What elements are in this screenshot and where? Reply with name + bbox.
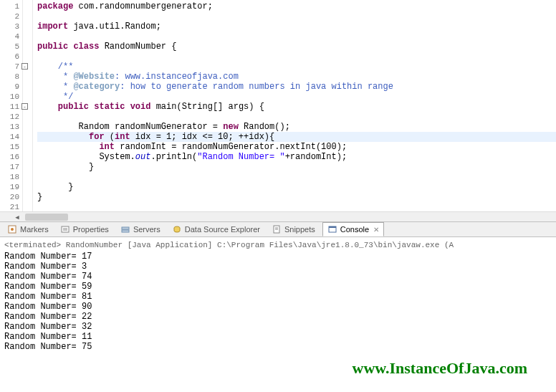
line-number: 10: [0, 92, 19, 102]
line-number: 8: [0, 72, 19, 82]
line-number: 14: [0, 132, 19, 142]
line-number: 11-: [0, 102, 19, 112]
code-line[interactable]: public class RandomNumber {: [37, 42, 556, 52]
code-content[interactable]: package com.randomnumbergenerator;import…: [33, 0, 556, 211]
line-number: 15: [0, 142, 19, 152]
snippets-icon: [272, 224, 282, 234]
tab-console[interactable]: Console✕: [322, 222, 384, 236]
code-line[interactable]: * @Website: www.instanceofjava.com: [37, 72, 556, 82]
code-line[interactable]: Random randomNumGenerator = new Random()…: [37, 122, 556, 132]
fold-toggle-icon[interactable]: -: [21, 63, 28, 70]
datasource-icon: [172, 224, 182, 234]
line-number: 2: [0, 11, 19, 21]
code-line[interactable]: */: [37, 92, 556, 102]
svg-rect-12: [329, 226, 336, 228]
line-number: 9: [0, 82, 19, 92]
tab-data-source-explorer[interactable]: Data Source Explorer: [168, 223, 264, 236]
horizontal-scrollbar[interactable]: ◀: [0, 211, 556, 221]
code-line[interactable]: int randomInt = randomNumGenerator.nextI…: [37, 142, 556, 152]
line-number: 13: [0, 122, 19, 132]
code-line[interactable]: [37, 112, 556, 122]
line-number: 12: [0, 112, 19, 122]
code-line[interactable]: System.out.println("Random Number= "+ran…: [37, 152, 556, 162]
tab-label: Properties: [73, 225, 109, 234]
line-number: 4: [0, 32, 19, 42]
tab-label: Markers: [20, 225, 49, 234]
tab-label: Data Source Explorer: [185, 225, 260, 234]
code-line[interactable]: [37, 202, 556, 211]
console-output-line: Random Number= 59: [4, 282, 552, 292]
console-output-line: Random Number= 32: [4, 322, 552, 332]
line-number: 19: [0, 182, 19, 192]
line-gutter: 1234567-891011-12131415161718192021: [0, 0, 23, 211]
console-output-line: Random Number= 74: [4, 272, 552, 282]
code-editor[interactable]: 1234567-891011-12131415161718192021 pack…: [0, 0, 556, 211]
svg-rect-6: [122, 230, 129, 232]
code-line[interactable]: [37, 172, 556, 182]
code-line[interactable]: * @category: how to generate random numb…: [37, 82, 556, 92]
code-line[interactable]: }: [37, 162, 556, 172]
tab-servers[interactable]: Servers: [116, 223, 165, 236]
line-number: 20: [0, 192, 19, 202]
views-tabbar[interactable]: MarkersPropertiesServersData Source Expl…: [0, 221, 556, 237]
tab-label: Console: [340, 225, 369, 234]
console-output-line: Random Number= 11: [4, 332, 552, 342]
console-view: <terminated> RandomNumber [Java Applicat…: [0, 237, 556, 355]
code-line[interactable]: public static void main(String[] args) {: [37, 102, 556, 112]
line-number: 16: [0, 152, 19, 162]
console-process-header: <terminated> RandomNumber [Java Applicat…: [4, 240, 552, 250]
code-line[interactable]: }: [37, 182, 556, 192]
console-icon: [327, 224, 337, 234]
tab-markers[interactable]: Markers: [3, 223, 53, 236]
line-number: 5: [0, 42, 19, 52]
scroll-left-arrow[interactable]: ◀: [13, 213, 21, 221]
line-number: 1: [0, 1, 19, 11]
console-output-line: Random Number= 90: [4, 302, 552, 312]
servers-icon: [120, 224, 130, 234]
console-output-line: Random Number= 22: [4, 312, 552, 322]
svg-point-1: [11, 228, 14, 231]
code-line[interactable]: [37, 32, 556, 42]
console-output-line: Random Number= 17: [4, 252, 552, 262]
code-line[interactable]: for (int idx = 1; idx <= 10; ++idx){: [37, 132, 556, 142]
line-number: 3: [0, 21, 19, 32]
tab-label: Servers: [133, 225, 160, 234]
scroll-thumb[interactable]: [25, 214, 68, 221]
line-number: 7-: [0, 62, 19, 72]
code-line[interactable]: }: [37, 192, 556, 202]
line-number: 17: [0, 162, 19, 172]
svg-rect-5: [122, 227, 129, 229]
code-line[interactable]: package com.randomnumbergenerator;: [37, 1, 556, 11]
console-output-line: Random Number= 81: [4, 292, 552, 302]
tab-snippets[interactable]: Snippets: [267, 223, 320, 236]
close-icon[interactable]: ✕: [373, 226, 379, 234]
tab-label: Snippets: [284, 225, 315, 234]
tab-properties[interactable]: Properties: [56, 223, 113, 236]
line-number: 18: [0, 172, 19, 182]
code-line[interactable]: import java.util.Random;: [37, 21, 556, 32]
markers-icon: [7, 224, 17, 234]
properties-icon: [60, 224, 70, 234]
console-output-line: Random Number= 75: [4, 342, 552, 352]
line-number: 21: [0, 202, 19, 211]
code-line[interactable]: [37, 52, 556, 62]
console-output-line: Random Number= 3: [4, 262, 552, 272]
fold-toggle-icon[interactable]: -: [21, 103, 28, 110]
code-line[interactable]: /**: [37, 62, 556, 72]
watermark-text: www.InstanceOfJava.com: [353, 359, 527, 378]
line-number: 6: [0, 52, 19, 62]
code-line[interactable]: [37, 11, 556, 21]
svg-rect-2: [62, 226, 69, 232]
